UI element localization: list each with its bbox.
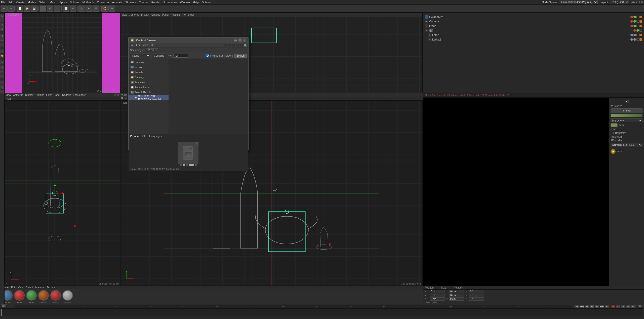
cb-menu-view[interactable]: View — [143, 44, 148, 47]
knife-btn[interactable]: ✂ — [0, 60, 4, 64]
mat-view[interactable]: View — [18, 286, 23, 289]
vp-tl-menu-filter[interactable]: Filter — [46, 94, 52, 96]
cb-sidebar-computer[interactable]: 💻 Computer — [129, 60, 169, 65]
swatch-3[interactable] — [26, 290, 37, 301]
coord-x-pos[interactable] — [430, 290, 445, 293]
cb-search-result-item[interactable]: 📁 2021-12-21_오후 10:59:57_Contains_hdr — [129, 95, 169, 100]
vp-tl-close[interactable]: ✕ — [117, 94, 119, 96]
camera-lock[interactable] — [636, 20, 639, 23]
timeline-track-area[interactable] — [1, 309, 643, 316]
cb-menu-go[interactable]: Go — [151, 44, 154, 47]
render-settings-btn[interactable]: ⚙ — [93, 6, 99, 12]
cb-menu-file[interactable]: File — [130, 44, 134, 47]
play-btn[interactable]: ▶ — [595, 305, 599, 308]
menu-tracker[interactable]: Tracker — [139, 1, 148, 4]
coord-y-size[interactable] — [449, 294, 464, 297]
menu-animate[interactable]: Animate — [112, 1, 122, 4]
node-space-select[interactable]: Current (Standard/Physical) — [559, 0, 598, 4]
cb-close-btn[interactable]: ✕ — [243, 38, 246, 42]
oct-gamma-select[interactable]: jacy gamma — [611, 118, 642, 122]
select-tool-btn[interactable]: ▢ — [0, 14, 4, 18]
point-tool-btn[interactable]: • — [0, 43, 4, 47]
vp-tl-menu-display[interactable]: Display — [25, 94, 33, 96]
cb-tab-languages[interactable]: Languages — [149, 135, 162, 138]
cb-sidebar-search-results[interactable]: 🔍 Search Results — [129, 90, 169, 95]
cb-sidebar-favorites[interactable]: ⭐ Favorites — [129, 80, 169, 85]
mirror-btn[interactable]: S — [0, 90, 4, 94]
step-fwd-btn[interactable]: ▶▶ — [600, 305, 604, 308]
oct-ies-select[interactable]: Normalize peak to 1.0 — [611, 143, 642, 147]
record-btn[interactable]: ● — [611, 305, 615, 308]
menu-extensions[interactable]: Extensions — [164, 1, 177, 4]
cb-nav-btn3[interactable] — [232, 44, 235, 47]
cb-filter-input[interactable] — [173, 54, 188, 58]
menu-volume[interactable]: Volume — [70, 1, 79, 4]
vp-tr-panel[interactable]: Panel — [162, 13, 169, 16]
timeline-track[interactable]: 0 5 10 15 20 25 30 35 40 45 50 55 60 65 … — [15, 305, 572, 308]
new-btn[interactable]: 📄 — [17, 6, 23, 12]
edge-tool-btn[interactable]: — — [0, 38, 4, 42]
cb-search-button[interactable]: Search — [234, 54, 247, 58]
extrude-btn[interactable]: ◀ — [0, 65, 4, 69]
scale-btn[interactable]: ⤢ — [54, 6, 60, 12]
select-all-btn[interactable]: ⬜ — [63, 6, 69, 12]
cb-nav-btn2[interactable] — [228, 44, 231, 47]
cb-nav-btn5[interactable] — [240, 44, 243, 47]
menu-simulate[interactable]: Simulate — [125, 1, 136, 4]
vp-tr-redshift[interactable]: Redshift — [171, 13, 180, 16]
cb-sidebar-presets[interactable]: 📁 Presets — [129, 70, 169, 75]
menu-octane[interactable]: Octane — [202, 1, 210, 4]
vp-tl-menu-panel[interactable]: Panel — [54, 94, 60, 96]
viewport-bl[interactable]: Grid Spacing: 10 cm X X Y — [5, 101, 120, 286]
menu-help[interactable]: Help — [193, 1, 199, 4]
play-back-btn[interactable]: ◀ — [585, 305, 589, 308]
loop-btn[interactable]: ⟳ — [626, 305, 630, 308]
scale-tool-btn[interactable]: ⤢ — [0, 23, 4, 27]
soft-btn[interactable]: S — [0, 85, 4, 89]
menu-spline[interactable]: Spline — [59, 1, 67, 4]
coord-y-pos[interactable] — [430, 294, 445, 297]
key-btn[interactable]: K — [616, 305, 620, 308]
move-tool-btn[interactable]: ✛ — [0, 18, 4, 22]
cb-subfolders-checkbox[interactable] — [206, 54, 209, 57]
bridge-btn[interactable]: ⌂ — [0, 74, 4, 78]
mat-texture[interactable]: Texture — [47, 286, 55, 289]
menu-character[interactable]: Character — [97, 1, 109, 4]
scene-item-camera[interactable]: 📷 Camera — [423, 19, 644, 24]
plane-lock[interactable] — [636, 25, 639, 27]
layout-select[interactable]: YiK (User) — [610, 0, 629, 4]
scene-item-plane[interactable]: ▭ Plane — [423, 24, 644, 28]
scene-item-lathe[interactable]: ◎ Lathe — [423, 33, 644, 37]
cb-search-icon-btn[interactable]: 🔍 — [244, 44, 247, 47]
vp-tr-cameras[interactable]: Cameras — [129, 13, 139, 16]
mat-material[interactable]: Material — [35, 286, 45, 289]
cb-tab-preview[interactable]: Preview — [130, 135, 139, 138]
menu-create[interactable]: Create — [16, 1, 25, 4]
cb-sidebar-recent[interactable]: 🕐 Recent Items — [129, 85, 169, 90]
sculpt-btn[interactable]: 🖌 — [0, 49, 4, 53]
coord-z-pos[interactable] — [430, 297, 445, 301]
settings-btn2[interactable]: ⚙ — [631, 305, 635, 308]
rotate-tool-btn[interactable]: ↺ — [0, 27, 4, 31]
menu-modes[interactable]: Modes — [28, 1, 36, 4]
vp-tl-expand[interactable]: ⤢ — [114, 94, 116, 96]
coord-z-size[interactable] — [449, 297, 464, 301]
menu-mesh[interactable]: Mesh — [50, 1, 56, 4]
cb-filter-type-select[interactable]: Contains — [152, 54, 172, 58]
auto-key-btn[interactable]: A — [621, 305, 625, 308]
scene-item-group1[interactable]: ▦ 组1 — [423, 28, 644, 33]
menu-window[interactable]: Window — [180, 1, 190, 4]
vp-tr-display[interactable]: Display — [141, 13, 149, 16]
cb-tab-info[interactable]: Info — [142, 135, 146, 138]
swatch-6[interactable] — [62, 290, 73, 301]
redo-btn[interactable]: ↪ — [8, 6, 15, 12]
menu-mograph[interactable]: MoGraph — [83, 1, 94, 4]
vp-tr-prorender[interactable]: ProRender — [182, 13, 194, 16]
vp-tl-menu-options[interactable]: Options — [35, 94, 44, 96]
move-btn[interactable]: ↕ — [40, 6, 46, 12]
swatch-4[interactable] — [38, 290, 49, 301]
open-btn[interactable]: 📂 — [24, 6, 30, 12]
camera-btn[interactable]: 📷 — [78, 6, 85, 12]
cb-nav-btn4[interactable] — [236, 44, 239, 47]
group1-lock[interactable] — [639, 29, 642, 32]
